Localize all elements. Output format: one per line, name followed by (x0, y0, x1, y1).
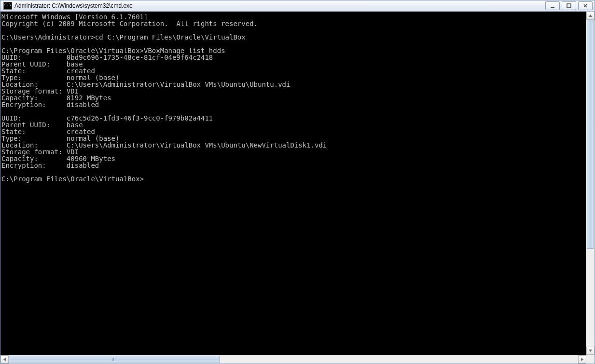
svg-marker-5 (581, 358, 583, 361)
terminal-line: Parent UUID: base (1, 61, 586, 67)
svg-marker-3 (589, 350, 592, 352)
horizontal-scrollbar[interactable] (0, 355, 586, 364)
maximize-button[interactable] (562, 1, 576, 10)
terminal-output[interactable]: Microsoft Windows [Version 6.1.7601]Copy… (0, 12, 586, 355)
window-title: Administrator: C:\Windows\system32\cmd.e… (14, 2, 545, 9)
svg-rect-1 (567, 4, 571, 8)
terminal-line: C:\Program Files\Oracle\VirtualBox> (1, 175, 586, 182)
minimize-icon (550, 3, 555, 8)
svg-marker-4 (3, 358, 6, 361)
terminal-line: C:\Program Files\Oracle\VirtualBox>VBoxM… (1, 47, 586, 54)
terminal-line: Copyright (c) 2009 Microsoft Corporation… (1, 20, 586, 27)
cmd-window: Administrator: C:\Windows\system32\cmd.e… (0, 0, 595, 364)
horizontal-scroll-thumb[interactable] (9, 356, 220, 363)
chevron-right-icon (580, 357, 584, 362)
terminal-line: Encryption: disabled (1, 162, 586, 169)
terminal-line: UUID: c76c5d26-1fd3-46f3-9cc0-f979b02a44… (1, 115, 586, 121)
scroll-right-button[interactable] (578, 355, 586, 364)
terminal-line: Storage format: VDI (1, 88, 586, 94)
terminal-line (1, 40, 586, 47)
chevron-down-icon (588, 349, 593, 353)
minimize-button[interactable] (545, 1, 560, 10)
scroll-left-button[interactable] (0, 355, 9, 364)
terminal-line: Microsoft Windows [Version 6.1.7601] (1, 13, 586, 20)
terminal-line: Location: C:\Users\Administrator\Virtual… (1, 81, 586, 88)
cmd-icon (3, 2, 12, 10)
titlebar[interactable]: Administrator: C:\Windows\system32\cmd.e… (0, 0, 595, 12)
terminal-line: State: created (1, 128, 586, 135)
terminal-line (1, 169, 586, 175)
svg-rect-0 (551, 7, 554, 8)
terminal-line: Storage format: VDI (1, 148, 586, 155)
terminal-line (1, 27, 586, 34)
scroll-up-button[interactable] (586, 12, 595, 20)
vertical-scroll-track[interactable] (586, 20, 595, 347)
close-icon (583, 3, 588, 8)
terminal-line: Parent UUID: base (1, 121, 586, 128)
svg-marker-2 (589, 14, 592, 17)
chevron-left-icon (2, 357, 7, 362)
terminal-line: Capacity: 8192 MBytes (1, 94, 586, 101)
chevron-up-icon (588, 13, 593, 18)
terminal-line: C:\Users\Administrator>cd C:\Program Fil… (1, 34, 586, 40)
vertical-scroll-thumb[interactable] (587, 20, 594, 249)
maximize-icon (567, 3, 571, 8)
close-button[interactable] (578, 1, 593, 10)
window-controls (545, 1, 593, 10)
scrollbar-corner (586, 355, 595, 363)
terminal-line: Capacity: 40960 MBytes (1, 155, 586, 162)
terminal-line: State: created (1, 67, 586, 74)
terminal-line: Location: C:\Users\Administrator\Virtual… (1, 142, 586, 148)
vertical-scrollbar[interactable] (586, 12, 595, 355)
terminal-line: Type: normal (base) (1, 74, 586, 81)
terminal-line: UUID: 0bd9c696-1735-48ce-81cf-04e9f64c24… (1, 54, 586, 61)
terminal-line: Type: normal (base) (1, 135, 586, 142)
horizontal-scroll-track[interactable] (9, 355, 578, 364)
scroll-down-button[interactable] (586, 347, 595, 355)
terminal-line (1, 108, 586, 115)
terminal-wrap: Microsoft Windows [Version 6.1.7601]Copy… (0, 12, 595, 355)
client-area: Microsoft Windows [Version 6.1.7601]Copy… (0, 12, 595, 364)
terminal-line: Encryption: disabled (1, 101, 586, 108)
